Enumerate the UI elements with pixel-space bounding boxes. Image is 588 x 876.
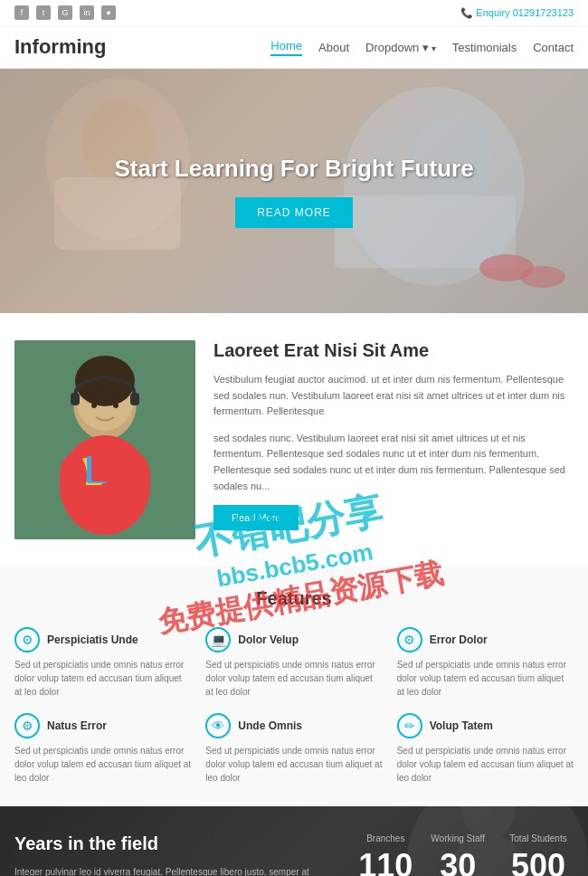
social-icons: f t G in ● xyxy=(14,5,116,20)
stats-text: Integer pulvinar leo id viverra feugiat.… xyxy=(14,865,340,876)
rss-icon[interactable]: ● xyxy=(101,5,116,20)
about-section: Laoreet Erat Nisi Sit Ame Vestibulum feu… xyxy=(0,313,588,567)
stat-students: Total Students 500 👤 🔖 xyxy=(503,833,574,876)
feature-6-icon: ✏ xyxy=(397,713,422,738)
feature-2-title: Dolor Velup xyxy=(238,633,299,646)
svg-rect-13 xyxy=(71,393,80,405)
nav-home[interactable]: Home xyxy=(270,39,302,56)
feature-3-icon: ⚙ xyxy=(397,627,422,652)
stats-right: Branches 110 ⟳ Working Staff 30 ✉ Total … xyxy=(358,833,574,876)
stat-staff-label: Working Staff xyxy=(431,833,485,843)
feature-6-header: ✏ Volup Tatem xyxy=(397,713,574,738)
feature-item-1: ⚙ Perspiciatis Unde Sed ut perspiciatis … xyxy=(14,627,191,699)
svg-rect-14 xyxy=(130,393,139,405)
feature-4-icon: ⚙ xyxy=(14,713,40,738)
svg-point-22 xyxy=(113,403,119,408)
hero-section: Start Learning For Bright Future READ MO… xyxy=(0,69,588,313)
nav-dropdown[interactable]: Dropdown ▾ xyxy=(365,41,436,54)
phone-number: 01291723123 xyxy=(513,7,574,18)
feature-item-5: 👁 Unde Omnis Sed ut perspiciatis unde om… xyxy=(205,713,382,785)
stat-students-value: 500 xyxy=(503,847,574,876)
feature-3-text: Sed uf perspiciatis unde omnis natus err… xyxy=(397,658,574,699)
features-title: Features xyxy=(14,588,574,609)
features-grid: ⚙ Perspiciatis Unde Sed ut perspiciatis … xyxy=(14,627,574,785)
logo[interactable]: Informing xyxy=(14,35,106,59)
hero-content: Start Learning For Bright Future READ MO… xyxy=(114,155,473,228)
feature-5-title: Unde Omnis xyxy=(238,719,302,732)
feature-item-6: ✏ Volup Tatem Sed ut perspiciatis unde o… xyxy=(397,713,574,785)
feature-3-title: Error Dolor xyxy=(430,633,488,646)
feature-5-icon: 👁 xyxy=(205,713,231,738)
about-text-1: Vestibulum feugiat auctor aucimod. ut et… xyxy=(213,372,574,420)
feature-4-header: ⚙ Natus Error xyxy=(14,713,191,738)
feature-item-2: 💻 Dolor Velup Sed ut perspiciatis unde o… xyxy=(205,627,382,699)
feature-1-icon: ⚙ xyxy=(14,627,40,652)
nav-contact[interactable]: Contact xyxy=(533,41,574,54)
about-image xyxy=(14,340,195,539)
stat-branches: Branches 110 ⟳ xyxy=(358,833,413,876)
stat-staff-value: 30 xyxy=(431,847,485,876)
feature-item-3: ⚙ Error Dolor Sed uf perspiciatis unde o… xyxy=(397,627,574,699)
enquiry-info: 📞 Enquiry 01291723123 xyxy=(460,7,574,19)
svg-point-21 xyxy=(91,403,97,408)
stats-left: Years in the field Integer pulvinar leo … xyxy=(14,833,340,876)
feature-1-title: Perspiciatis Unde xyxy=(47,633,138,646)
enquiry-label: Enquiry xyxy=(476,7,509,18)
svg-rect-18 xyxy=(91,454,111,481)
top-bar: f t G in ● 📞 Enquiry 01291723123 xyxy=(0,0,588,26)
hero-title: Start Learning For Bright Future xyxy=(114,155,473,183)
linkedin-icon[interactable]: in xyxy=(80,5,94,20)
twitter-icon[interactable]: t xyxy=(36,5,51,20)
main-nav: Home About Dropdown ▾ Testimonials Conta… xyxy=(270,39,574,56)
stat-branches-value: 110 xyxy=(358,847,413,876)
feature-2-icon: 💻 xyxy=(205,627,231,652)
feature-6-title: Volup Tatem xyxy=(430,719,493,732)
facebook-icon[interactable]: f xyxy=(14,5,29,20)
nav-testimonials[interactable]: Testimonials xyxy=(452,41,517,54)
svg-point-8 xyxy=(520,266,565,288)
feature-3-header: ⚙ Error Dolor xyxy=(397,627,574,652)
header: Informing Home About Dropdown ▾ Testimon… xyxy=(0,26,588,69)
phone-icon: 📞 xyxy=(460,7,476,18)
stats-heading: Years in the field xyxy=(14,833,340,854)
stats-section: Years in the field Integer pulvinar leo … xyxy=(0,806,588,876)
stat-staff: Working Staff 30 ✉ xyxy=(431,833,485,876)
googleplus-icon[interactable]: G xyxy=(58,5,72,20)
stat-students-label: Total Students xyxy=(503,833,574,843)
feature-4-title: Natus Error xyxy=(47,719,107,732)
about-content: Laoreet Erat Nisi Sit Ame Vestibulum feu… xyxy=(213,340,574,539)
feature-1-text: Sed ut perspiciatis unde omnis natus err… xyxy=(14,658,191,699)
nav-about[interactable]: About xyxy=(318,41,349,54)
stat-branches-label: Branches xyxy=(358,833,413,843)
feature-2-text: Sed ut perspiciatis unde omnis natus err… xyxy=(205,658,382,699)
feature-2-header: 💻 Dolor Velup xyxy=(205,627,382,652)
feature-item-4: ⚙ Natus Error Sed ut perspiciatis unde o… xyxy=(14,713,191,785)
features-section: Features ⚙ Perspiciatis Unde Sed ut pers… xyxy=(0,567,588,806)
svg-point-19 xyxy=(60,453,87,499)
feature-6-text: Sed ut perspiciatis unde omnis natus err… xyxy=(397,744,574,785)
feature-5-text: Sed ut perspiciatis unde omnis natus err… xyxy=(205,744,382,785)
middle-sections: 不错吧分享 bbs.bcb5.com 免费提供精品资源下载 xyxy=(0,313,588,806)
about-title: Laoreet Erat Nisi Sit Ame xyxy=(213,340,574,361)
svg-point-20 xyxy=(123,453,150,499)
feature-1-header: ⚙ Perspiciatis Unde xyxy=(14,627,191,652)
about-text-2: sed sodales nunc. Vestibulum laoreet era… xyxy=(213,431,574,494)
hero-read-more-button[interactable]: READ MORE xyxy=(235,197,353,228)
feature-5-header: 👁 Unde Omnis xyxy=(205,713,382,738)
about-read-more-button[interactable]: Read More xyxy=(213,505,299,530)
feature-4-text: Sed ut perspiciatis unde omnis natus err… xyxy=(14,744,191,785)
